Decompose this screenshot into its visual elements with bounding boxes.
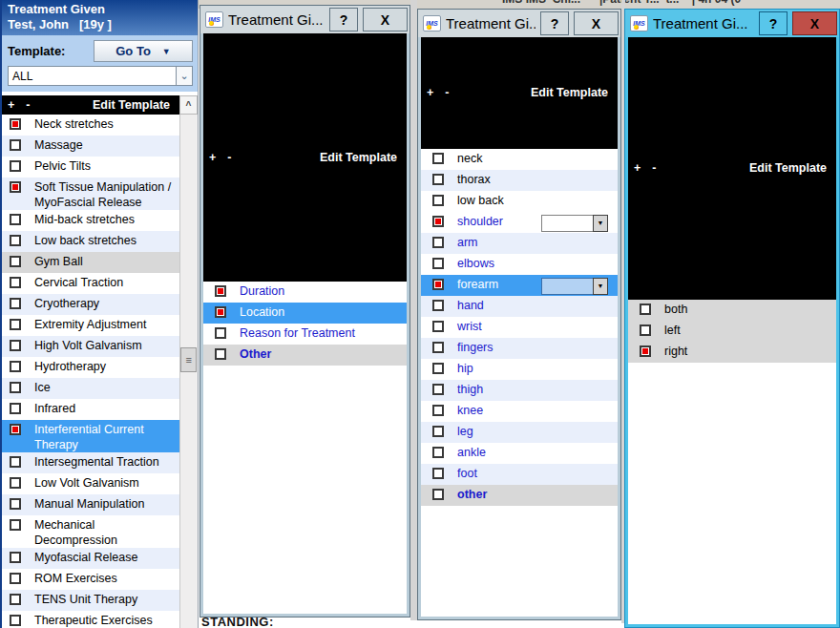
list-item[interactable]: Mid-back stretches [2,210,179,231]
close-button[interactable]: X [574,11,619,35]
list-item[interactable]: Therapeutic Exercises [2,611,179,628]
checkbox[interactable] [10,403,21,414]
checkbox[interactable] [10,256,21,267]
dropdown-arrow-icon[interactable]: ▼ [593,215,608,232]
checkbox[interactable] [215,348,226,360]
checkbox[interactable] [10,214,21,225]
checkbox[interactable] [432,447,444,458]
add-item-button[interactable]: + [8,98,14,112]
checkbox-checked[interactable] [432,279,444,290]
checkbox[interactable] [10,456,21,468]
scroll-up-button[interactable]: ^ [179,95,198,115]
list-item[interactable]: Other [203,345,407,366]
checkbox[interactable] [10,573,21,584]
list-item[interactable]: other [421,485,618,506]
list-item[interactable]: shoulder▼ [421,212,618,233]
add-item-button[interactable]: + [427,86,433,99]
checkbox[interactable] [10,498,21,510]
checkbox[interactable] [640,304,651,315]
side-dropdown-value[interactable] [541,278,593,295]
checkbox[interactable] [10,615,21,626]
goto-button[interactable]: Go To ▼ [94,40,193,62]
list-item[interactable]: leg [421,422,618,443]
list-item[interactable]: low back [421,191,618,212]
list-item[interactable]: left [628,321,836,342]
list-item[interactable]: Infrared [2,399,179,420]
list-item[interactable]: both [628,300,836,321]
list-item[interactable]: Reason for Treatment [203,324,407,345]
list-item[interactable]: Interferential Current Therapy [2,420,179,452]
remove-item-button[interactable]: - [26,98,30,112]
checkbox[interactable] [432,195,444,206]
list-item[interactable]: foot [421,464,618,485]
close-button[interactable]: X [363,8,408,31]
checkbox-checked[interactable] [10,424,21,435]
edit-template-button[interactable]: Edit Template [749,161,830,175]
checkbox[interactable] [10,361,21,372]
checkbox[interactable] [10,298,21,309]
checkbox[interactable] [432,489,444,500]
list-item[interactable]: thorax [421,170,618,191]
list-item[interactable]: Massage [2,136,179,157]
list-item[interactable]: right [628,342,836,363]
edit-template-button[interactable]: Edit Template [93,98,174,112]
remove-item-button[interactable]: - [445,86,449,99]
edit-template-button[interactable]: Edit Template [320,151,401,164]
list-item[interactable]: Pelvic Tilts [2,157,179,178]
list-item[interactable]: wrist [421,317,618,338]
checkbox-checked[interactable] [215,285,226,297]
checkbox[interactable] [10,594,21,605]
checkbox-checked[interactable] [215,306,226,318]
list-item[interactable]: Soft Tissue Manipulation / MyoFascial Re… [2,178,179,210]
checkbox[interactable] [432,468,444,479]
remove-item-button[interactable]: - [652,161,656,175]
dialog-titlebar[interactable]: IMS Treatment Gi... ? X [625,10,839,37]
scrollbar-thumb[interactable]: ≡ [180,347,197,372]
list-item[interactable]: hip [421,359,618,380]
checkbox[interactable] [10,340,21,351]
scrollbar[interactable]: ≡ [179,115,198,628]
checkbox[interactable] [432,258,444,269]
list-item[interactable]: Hydrotherapy [2,357,179,378]
close-button[interactable]: X [792,11,837,35]
checkbox[interactable] [640,324,651,336]
list-item[interactable]: knee [421,401,618,422]
checkbox[interactable] [10,477,21,489]
list-item[interactable]: Myofascial Release [2,548,179,569]
side-dropdown[interactable]: ▼ [541,278,608,295]
checkbox[interactable] [432,363,444,374]
add-item-button[interactable]: + [634,161,640,175]
remove-item-button[interactable]: - [227,151,231,164]
side-dropdown-value[interactable] [541,215,593,232]
list-item[interactable]: Neck stretches [2,115,179,136]
checkbox[interactable] [432,426,444,437]
checkbox-checked[interactable] [10,118,21,130]
dialog-titlebar[interactable]: IMS Treatment Gi... ? X [200,6,410,33]
help-button[interactable]: ? [759,11,788,35]
checkbox[interactable] [10,139,21,151]
checkbox[interactable] [432,174,444,185]
checkbox[interactable] [432,300,444,311]
checkbox[interactable] [10,319,21,330]
list-item[interactable]: Manual Manipulation [2,494,179,515]
list-item[interactable]: TENS Unit Therapy [2,590,179,611]
list-item[interactable]: Mechanical Decompression [2,515,179,548]
dialog-titlebar[interactable]: IMS Treatment Gi... ? X [418,10,620,37]
list-item[interactable]: Location [203,303,407,324]
checkbox[interactable] [432,237,444,248]
list-item[interactable]: thigh [421,380,618,401]
help-button[interactable]: ? [540,11,569,35]
list-item[interactable]: Intersegmental Traction [2,452,179,473]
checkbox[interactable] [432,321,444,332]
list-item[interactable]: High Volt Galvanism [2,336,179,357]
list-item[interactable]: Low Volt Galvanism [2,473,179,494]
add-item-button[interactable]: + [209,151,216,164]
checkbox-checked[interactable] [10,181,21,193]
checkbox[interactable] [432,342,444,353]
list-item[interactable]: arm [421,233,618,254]
checkbox[interactable] [10,519,21,531]
checkbox[interactable] [432,384,444,395]
list-item[interactable]: Duration [203,282,407,303]
dropdown-arrow-icon[interactable]: ▼ [593,278,608,295]
checkbox-checked[interactable] [640,345,651,357]
